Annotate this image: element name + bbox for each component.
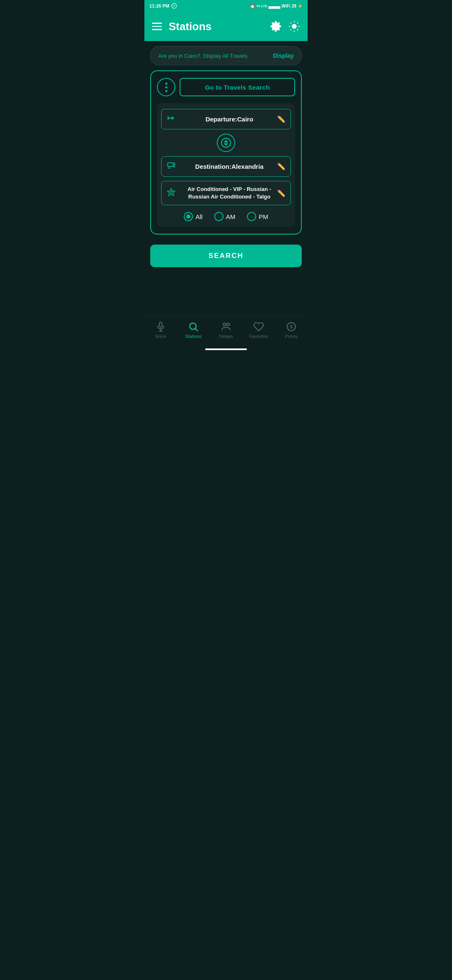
wifi-icon: WiFi: [282, 4, 290, 8]
time-display: 11:26 PM: [149, 3, 170, 8]
swap-button[interactable]: [217, 134, 235, 152]
goto-travels-button[interactable]: Go to Travels Search: [180, 78, 295, 96]
status-time-area: 11:26 PM P: [149, 3, 177, 9]
nav-stations-label: Stations: [185, 334, 202, 339]
options-button[interactable]: [157, 78, 175, 96]
header-left: Stations: [152, 20, 212, 33]
destination-field[interactable]: Destination:Alexandria ✏️: [161, 156, 291, 177]
svg-rect-14: [168, 163, 173, 167]
media-icon: P: [171, 3, 177, 9]
radio-all-label: All: [195, 213, 203, 220]
charging-icon: ⚡: [298, 4, 303, 8]
destination-text: Destination:Alexandria: [182, 163, 277, 170]
battery-level: 28: [292, 4, 296, 8]
svg-text:P: P: [173, 5, 175, 7]
nav-prices-label: Prices: [285, 334, 298, 339]
radio-all-circle: [184, 212, 193, 221]
destination-edit-icon[interactable]: ✏️: [277, 162, 285, 170]
search-card: Go to Travels Search Departure:Cairo ✏️: [150, 70, 302, 235]
swap-container: [161, 134, 291, 152]
radio-am-label: AM: [226, 213, 236, 220]
home-indicator: [205, 348, 247, 350]
svg-line-10: [297, 23, 298, 23]
departure-text: Departure:Cairo: [182, 116, 277, 123]
signal-icon: ▄▄▄▄: [269, 4, 280, 8]
nav-delays-label: Delays: [219, 334, 233, 339]
departure-icon: [167, 113, 177, 125]
time-filter-group: All AM PM: [161, 212, 291, 221]
train-type-icon: [167, 188, 177, 199]
brightness-icon[interactable]: [288, 21, 300, 32]
svg-line-9: [290, 29, 291, 30]
menu-button[interactable]: [152, 23, 162, 30]
settings-icon[interactable]: [270, 21, 282, 32]
svg-point-2: [292, 24, 297, 29]
departure-field[interactable]: Departure:Cairo ✏️: [161, 109, 291, 129]
prices-icon: $: [286, 321, 297, 332]
svg-text:$: $: [290, 324, 293, 329]
train-type-edit-icon[interactable]: ✏️: [277, 189, 285, 197]
search-icon: [188, 321, 199, 332]
nav-favorites-label: Favorites: [249, 334, 268, 339]
location-banner: Are you in Cairo?, Display All Travels D…: [150, 46, 302, 65]
status-bar: 11:26 PM P ⏰ Yo LTE ▄▄▄▄ WiFi 28 ⚡: [144, 0, 308, 12]
display-button[interactable]: Display: [273, 52, 294, 59]
radio-pm[interactable]: PM: [247, 212, 268, 221]
alarm-icon: ⏰: [250, 4, 255, 8]
card-top-row: Go to Travels Search: [157, 78, 295, 96]
radio-pm-circle: [247, 212, 256, 221]
three-dots-icon: [165, 83, 167, 92]
nav-prices[interactable]: $ Prices: [279, 321, 304, 339]
radio-am-circle: [214, 212, 223, 221]
destination-icon: [167, 161, 177, 172]
svg-line-22: [195, 329, 198, 331]
nav-delays[interactable]: Delays: [213, 321, 239, 339]
microphone-icon: [155, 321, 166, 332]
svg-point-24: [227, 323, 230, 326]
fields-container: Departure:Cairo ✏️: [157, 103, 295, 227]
radio-all[interactable]: All: [184, 212, 203, 221]
heart-icon: [253, 321, 264, 332]
status-indicators: ⏰ Yo LTE ▄▄▄▄ WiFi 28 ⚡: [250, 4, 303, 8]
svg-rect-18: [159, 322, 162, 327]
train-type-text: Air Conditioned - VIP - Russian - Russia…: [182, 186, 277, 201]
bottom-navigation: Voice Stations Delays Favorites $ Prices: [144, 316, 308, 353]
svg-point-21: [190, 323, 196, 329]
train-type-field[interactable]: Air Conditioned - VIP - Russian - Russia…: [161, 181, 291, 205]
svg-line-6: [297, 29, 298, 30]
lte-label: Yo LTE: [256, 4, 267, 8]
header-right: [270, 21, 300, 32]
nav-voice[interactable]: Voice: [148, 321, 173, 339]
app-header: Stations: [144, 12, 308, 41]
nav-stations[interactable]: Stations: [181, 321, 206, 339]
delays-icon: [221, 321, 231, 332]
banner-text: Are you in Cairo?, Display All Travels: [158, 53, 247, 59]
nav-voice-label: Voice: [155, 334, 167, 339]
svg-point-23: [223, 323, 226, 326]
page-title: Stations: [169, 20, 212, 33]
svg-line-5: [290, 23, 291, 23]
search-button[interactable]: SEARCH: [150, 245, 302, 267]
departure-edit-icon[interactable]: ✏️: [277, 115, 285, 123]
radio-pm-label: PM: [259, 213, 268, 220]
nav-favorites[interactable]: Favorites: [246, 321, 271, 339]
radio-am[interactable]: AM: [214, 212, 236, 221]
